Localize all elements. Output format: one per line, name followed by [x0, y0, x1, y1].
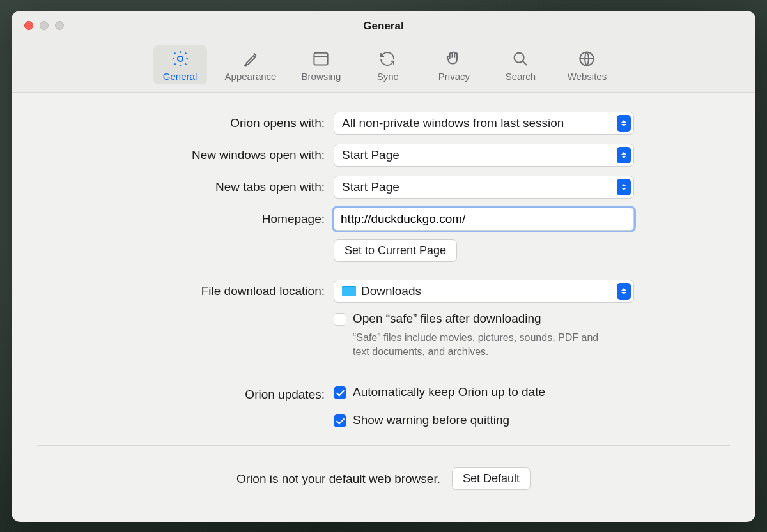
tab-label: Websites	[568, 71, 607, 82]
select-value: Start Page	[342, 148, 399, 162]
close-window-icon[interactable]	[24, 21, 33, 30]
tab-websites[interactable]: Websites	[560, 45, 614, 84]
new-windows-label: New windows open with:	[37, 148, 325, 162]
gear-icon	[171, 49, 190, 68]
svg-rect-1	[314, 52, 328, 65]
select-value: Downloads	[361, 284, 421, 298]
chevron-updown-icon	[617, 147, 631, 163]
open-safe-helper-text: “Safe” files include movies, pictures, s…	[353, 331, 615, 360]
sync-icon	[378, 49, 397, 68]
checkbox-box	[334, 313, 346, 326]
globe-icon	[577, 49, 596, 68]
paintbrush-icon	[241, 49, 260, 68]
updates-label: Orion updates:	[37, 388, 325, 402]
default-browser-status: Orion is not your default web browser.	[236, 472, 440, 486]
open-safe-files-checkbox[interactable]: Open “safe” files after downloading	[334, 312, 634, 326]
separator	[37, 372, 730, 372]
window-icon	[311, 49, 330, 68]
opens-with-label: Orion opens with:	[37, 116, 325, 130]
tab-label: Search	[506, 71, 536, 82]
checkbox-label: Automatically keep Orion up to date	[353, 385, 545, 399]
traffic-lights	[24, 21, 64, 30]
set-current-page-button[interactable]: Set to Current Page	[334, 239, 457, 262]
select-value: Start Page	[342, 180, 399, 194]
new-tabs-select[interactable]: Start Page	[334, 176, 634, 199]
checkbox-label: Show warning before quitting	[353, 413, 509, 427]
svg-point-3	[515, 52, 524, 62]
folder-icon	[342, 286, 356, 296]
select-value: All non-private windows from last sessio…	[342, 116, 564, 130]
new-tabs-label: New tabs open with:	[37, 180, 325, 194]
zoom-window-icon[interactable]	[55, 21, 64, 30]
tab-privacy[interactable]: Privacy	[427, 45, 481, 84]
auto-update-checkbox[interactable]: Automatically keep Orion up to date	[334, 385, 634, 399]
chevron-updown-icon	[617, 115, 631, 132]
hand-icon	[444, 49, 463, 68]
checkbox-box	[334, 386, 346, 399]
tab-browsing[interactable]: Browsing	[294, 45, 348, 84]
separator	[37, 445, 730, 446]
svg-point-0	[178, 56, 183, 61]
opens-with-select[interactable]: All non-private windows from last sessio…	[334, 112, 634, 135]
download-location-label: File download location:	[37, 284, 325, 298]
tab-label: Sync	[377, 71, 398, 82]
tab-search[interactable]: Search	[493, 45, 547, 84]
search-icon	[511, 49, 530, 68]
tab-label: General	[163, 71, 197, 82]
homepage-label: Homepage:	[37, 212, 325, 226]
svg-line-4	[523, 61, 527, 65]
window-title: General	[12, 20, 755, 33]
tab-label: Browsing	[302, 71, 341, 82]
preferences-body: Orion opens with: All non-private window…	[12, 93, 755, 522]
chevron-updown-icon	[617, 283, 631, 300]
set-default-button[interactable]: Set Default	[452, 467, 531, 490]
tab-label: Privacy	[438, 71, 470, 82]
preferences-toolbar: General Appearance Browsing Sync Privacy…	[12, 42, 755, 93]
warn-quit-checkbox[interactable]: Show warning before quitting	[334, 413, 634, 427]
tab-sync[interactable]: Sync	[360, 45, 414, 84]
checkbox-box	[334, 414, 346, 427]
tab-appearance[interactable]: Appearance	[220, 45, 282, 84]
homepage-input[interactable]	[334, 208, 634, 231]
titlebar: General	[12, 11, 755, 42]
checkbox-label: Open “safe” files after downloading	[353, 312, 541, 326]
tab-general[interactable]: General	[153, 45, 207, 84]
default-browser-row: Orion is not your default web browser. S…	[37, 459, 730, 509]
preferences-window: General General Appearance Browsing Sync…	[12, 11, 755, 522]
minimize-window-icon[interactable]	[40, 21, 49, 30]
chevron-updown-icon	[617, 179, 631, 195]
new-windows-select[interactable]: Start Page	[334, 144, 634, 167]
download-location-select[interactable]: Downloads	[334, 280, 634, 303]
tab-label: Appearance	[225, 71, 277, 82]
